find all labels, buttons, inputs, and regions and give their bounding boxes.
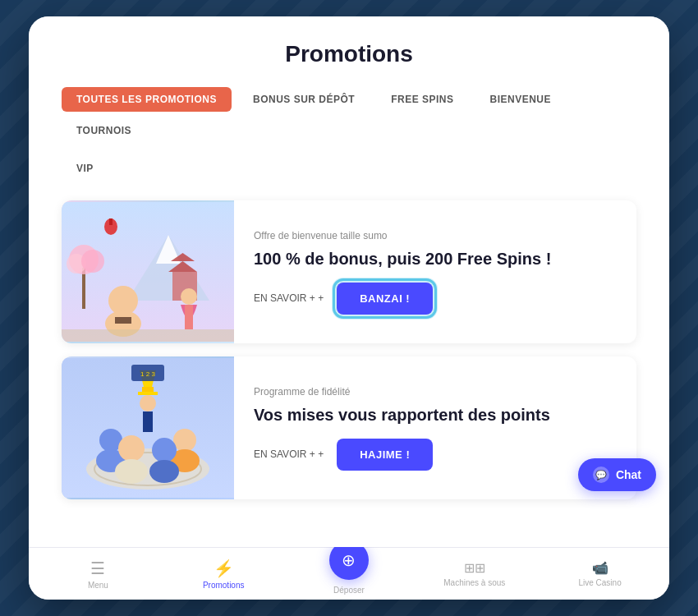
filter-tab-bienvenue[interactable]: BIENVENUE bbox=[475, 87, 567, 112]
menu-icon: ☰ bbox=[90, 559, 105, 578]
promo-title-sumo: 100 % de bonus, puis 200 Free Spins ! bbox=[254, 248, 617, 269]
hajime-button[interactable]: HAJIME ! bbox=[337, 439, 433, 471]
promo-details-loyalty: Programme de fidélité Vos mises vous rap… bbox=[234, 356, 636, 499]
nav-item-promotions[interactable]: ⚡ Promotions bbox=[161, 552, 287, 596]
page-title: Promotions bbox=[62, 41, 636, 67]
banzai-button[interactable]: BANZAI ! bbox=[337, 283, 433, 315]
device-frame: Promotions TOUTES LES PROMOTIONS BONUS S… bbox=[29, 16, 669, 600]
svg-point-27 bbox=[118, 435, 145, 462]
svg-rect-32 bbox=[143, 411, 153, 432]
promo-title-loyalty: Vos mises vous rapportent des points bbox=[254, 404, 617, 425]
learn-more-sumo[interactable]: EN SAVOIR + bbox=[254, 292, 324, 304]
nav-label-deposit: Déposer bbox=[333, 586, 365, 595]
svg-point-9 bbox=[81, 250, 104, 273]
svg-rect-21 bbox=[142, 387, 154, 392]
main-content: Promotions TOUTES LES PROMOTIONS BONUS S… bbox=[29, 16, 669, 547]
promo-actions-loyalty: EN SAVOIR + HAJIME ! bbox=[254, 439, 617, 471]
svg-text:1 2 3: 1 2 3 bbox=[140, 370, 155, 378]
nav-item-live[interactable]: 📹 Live Casino bbox=[537, 554, 663, 594]
deposit-icon: ⊕ bbox=[342, 550, 356, 570]
promo-image-loyalty: 1 2 3 bbox=[62, 356, 234, 499]
chat-icon: 💬 bbox=[593, 467, 609, 483]
nav-item-deposit[interactable]: ⊕ Déposer bbox=[287, 547, 412, 600]
nav-label-promotions: Promotions bbox=[203, 581, 245, 590]
nav-item-slots[interactable]: ⊞⊞ Machines à sous bbox=[411, 554, 537, 594]
svg-rect-11 bbox=[109, 218, 113, 225]
svg-point-30 bbox=[149, 460, 179, 483]
bottom-nav: ☰ Menu ⚡ Promotions ⊕ Déposer ⊞⊞ Machine… bbox=[29, 547, 669, 600]
filter-tab-bonus[interactable]: BONUS SUR DÉPÔT bbox=[238, 87, 370, 112]
chat-button[interactable]: 💬 Chat bbox=[578, 458, 656, 491]
filter-tab-freespins[interactable]: FREE SPINS bbox=[376, 87, 468, 112]
nav-item-menu[interactable]: ☰ Menu bbox=[35, 552, 161, 596]
promo-details-sumo: Offre de bienvenue taille sumo 100 % de … bbox=[234, 200, 636, 343]
svg-rect-22 bbox=[138, 392, 158, 395]
promo-actions-sumo: EN SAVOIR + BANZAI ! bbox=[254, 283, 617, 315]
svg-rect-16 bbox=[185, 305, 193, 329]
filter-tab-all[interactable]: TOUTES LES PROMOTIONS bbox=[62, 87, 232, 112]
slots-icon: ⊞⊞ bbox=[464, 560, 485, 576]
svg-point-15 bbox=[181, 288, 197, 305]
learn-more-loyalty[interactable]: EN SAVOIR + bbox=[254, 448, 324, 460]
svg-point-25 bbox=[173, 429, 196, 452]
promo-subtitle-loyalty: Programme de fidélité bbox=[254, 386, 617, 398]
svg-point-29 bbox=[152, 438, 177, 462]
promo-image-sumo bbox=[62, 200, 234, 343]
filter-tab-vip[interactable]: VIP bbox=[62, 156, 108, 181]
promo-card-sumo: Offre de bienvenue taille sumo 100 % de … bbox=[62, 200, 636, 343]
svg-point-28 bbox=[115, 459, 148, 484]
svg-rect-17 bbox=[62, 329, 234, 342]
svg-rect-14 bbox=[115, 317, 131, 324]
chat-label: Chat bbox=[616, 468, 641, 481]
nav-label-slots: Machines à sous bbox=[443, 578, 505, 587]
filter-tab-tournois[interactable]: TOURNOIS bbox=[62, 118, 146, 143]
promo-subtitle-sumo: Offre de bienvenue taille sumo bbox=[254, 230, 617, 241]
nav-label-live: Live Casino bbox=[578, 578, 621, 587]
nav-label-menu: Menu bbox=[88, 581, 108, 590]
promo-card-loyalty: 1 2 3 Programme de fidélité Vos mises vo… bbox=[62, 356, 636, 499]
live-icon: 📹 bbox=[592, 560, 608, 576]
svg-point-31 bbox=[140, 395, 156, 411]
filter-tabs: TOUTES LES PROMOTIONS BONUS SUR DÉPÔT FR… bbox=[62, 87, 636, 181]
promotions-icon: ⚡ bbox=[214, 559, 234, 578]
